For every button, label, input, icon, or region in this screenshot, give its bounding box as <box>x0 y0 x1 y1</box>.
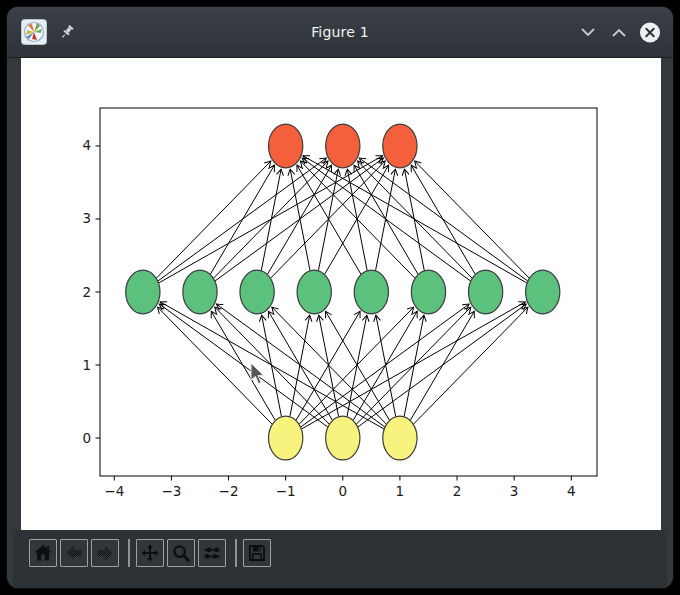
neuron-node[interactable] <box>297 270 331 314</box>
network-diagram: −4−3−2−10123401234 <box>21 58 661 530</box>
configure-subplots-button[interactable] <box>198 539 226 567</box>
toolbar-separator <box>128 539 130 567</box>
pan-button[interactable] <box>136 539 164 567</box>
save-button[interactable] <box>243 539 271 567</box>
plot-canvas[interactable]: −4−3−2−10123401234 <box>21 58 661 530</box>
x-tick-label: 2 <box>453 483 462 499</box>
x-tick-label: −1 <box>276 483 296 499</box>
connection-arrow <box>270 161 385 278</box>
neuron-node[interactable] <box>183 270 217 314</box>
output-layer <box>269 124 418 168</box>
connection-arrow <box>300 161 415 278</box>
hidden-layer <box>126 270 560 314</box>
connection-arrow <box>353 311 417 420</box>
connection-arrow <box>296 311 360 420</box>
connection-arrow <box>303 156 527 283</box>
neuron-node[interactable] <box>126 270 160 314</box>
home-icon <box>33 543 53 563</box>
connection-arrow <box>326 311 390 420</box>
close-icon[interactable] <box>639 21 661 43</box>
connection-arrow <box>159 304 328 427</box>
connection-arrow <box>413 307 528 424</box>
x-tick-label: 0 <box>338 483 347 499</box>
x-tick-label: 3 <box>510 483 519 499</box>
x-tick-label: 4 <box>567 483 576 499</box>
connection-arrow <box>210 165 274 274</box>
connection-arrow <box>158 307 273 424</box>
floppy-disk-icon <box>247 543 267 563</box>
shade-chevron-down-icon[interactable] <box>577 21 599 43</box>
back-button[interactable] <box>60 539 88 567</box>
magnifier-icon <box>171 543 191 563</box>
connection-arrow <box>160 302 384 429</box>
neuron-node[interactable] <box>326 124 360 168</box>
neuron-node[interactable] <box>354 270 388 314</box>
connection-arrow <box>356 307 471 424</box>
neuron-node[interactable] <box>240 270 274 314</box>
connection-arrow <box>359 158 528 281</box>
y-tick-label: 0 <box>82 430 91 446</box>
figure-window: Figure 1 −4−3−2−10123401234 <box>6 6 674 589</box>
neuron-node[interactable] <box>326 416 360 460</box>
neuron-node[interactable] <box>468 270 502 314</box>
neuron-node[interactable] <box>269 124 303 168</box>
arrow-left-icon <box>64 543 84 563</box>
arrow-right-icon <box>95 543 115 563</box>
connection-arrow <box>415 161 530 278</box>
unshade-chevron-up-icon[interactable] <box>608 21 630 43</box>
zoom-rect-button[interactable] <box>167 539 195 567</box>
connection-arrow <box>156 161 271 278</box>
forward-button[interactable] <box>91 539 119 567</box>
connection-arrow <box>216 304 385 427</box>
y-tick-label: 4 <box>82 137 91 153</box>
screen: Figure 1 −4−3−2−10123401234 <box>0 0 680 595</box>
neuron-node[interactable] <box>526 270 560 314</box>
sliders-icon <box>202 543 222 563</box>
neuron-node[interactable] <box>411 270 445 314</box>
connection-arrow <box>267 165 331 274</box>
move-cross-icon <box>140 543 160 563</box>
input-layer <box>269 416 418 460</box>
matplotlib-app-icon <box>21 19 47 45</box>
neuron-node[interactable] <box>383 416 417 460</box>
neuron-node[interactable] <box>383 124 417 168</box>
pin-icon[interactable] <box>57 22 77 42</box>
x-tick-label: −2 <box>219 483 239 499</box>
connection-arrow <box>213 161 328 278</box>
home-button[interactable] <box>29 539 57 567</box>
x-tick-label: 1 <box>396 483 405 499</box>
x-tick-label: −3 <box>161 483 181 499</box>
y-tick-label: 2 <box>82 284 91 300</box>
connection-arrow <box>410 311 474 420</box>
navigation-toolbar <box>13 530 667 589</box>
x-tick-label: −4 <box>104 483 124 499</box>
titlebar: Figure 1 <box>7 7 673 58</box>
neuron-node[interactable] <box>269 416 303 460</box>
window-controls <box>577 21 661 43</box>
y-tick-label: 1 <box>82 357 91 373</box>
toolbar-separator <box>235 539 237 567</box>
window-title: Figure 1 <box>7 24 673 40</box>
mouse-cursor <box>251 363 264 384</box>
y-tick-label: 3 <box>82 210 91 226</box>
